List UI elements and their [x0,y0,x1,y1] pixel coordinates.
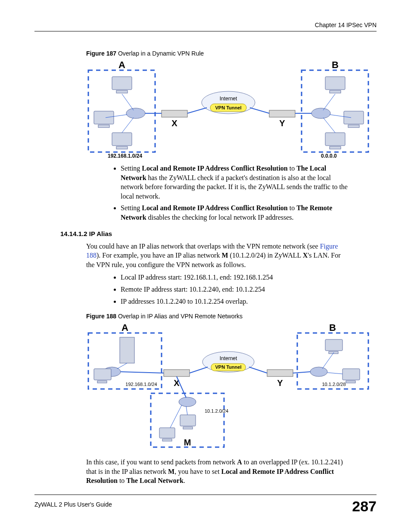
net-m-188: 10.1.2.0/24 [205,408,228,414]
figure-188-title: Overlap in IP Alias and VPN Remote Netwo… [116,313,243,320]
svg-line-29 [323,118,335,133]
footer-rule [34,495,377,495]
page-number: 287 [352,498,377,515]
section-heading: 14.14.1.2 IP Alias [60,230,377,237]
label-b-188: B [329,322,336,333]
svg-rect-7 [116,146,128,149]
svg-rect-13 [325,133,345,146]
svg-point-15 [311,108,330,118]
svg-rect-57 [162,439,172,441]
svg-rect-54 [180,415,196,426]
svg-rect-43 [267,370,293,376]
svg-rect-40 [325,339,342,351]
footer-guide: ZyWALL 2 Plus User's Guide [34,501,112,508]
svg-rect-2 [112,77,132,90]
bullet-2-1: Local IP address start: 192.168.1.1, end… [121,273,351,282]
vpn-tunnel-label: VPN Tunnel [215,105,242,110]
svg-rect-14 [330,146,341,149]
svg-line-46 [121,372,164,373]
figure-187-caption: Figure 187 Overlap in a Dynamic VPN Rule [86,50,377,57]
svg-line-51 [322,352,334,369]
label-x-188: X [174,378,180,388]
svg-rect-36 [97,381,107,383]
label-y-188: Y [277,378,283,388]
label-a: A [118,59,125,70]
net-left-188: 192.168.1.0/24 [125,382,157,387]
svg-line-21 [187,108,207,113]
internet-label-188: Internet [220,355,237,361]
figure-187-diagram: A B [86,59,351,160]
svg-rect-39 [346,381,355,383]
svg-line-50 [117,363,127,369]
svg-rect-38 [342,369,360,380]
net-right-188: 10.1.2.0/28 [322,382,346,387]
svg-rect-6 [112,133,132,146]
svg-rect-56 [159,428,175,438]
paragraph-2: In this case, if you want to send packet… [86,457,351,485]
label-y-187: Y [279,118,285,128]
svg-rect-5 [98,125,109,128]
internet-label: Internet [220,96,237,102]
bullet-list-1: Setting Local and Remote IP Address Conf… [103,164,351,222]
net-right-187: 0.0.0.0 [321,153,337,159]
svg-line-27 [323,94,335,110]
chapter-header: Chapter 14 IPSec VPN [315,22,377,28]
bullet-2-3: IP addresses 10.1.2.240 to 10.1.2.254 ov… [121,297,351,306]
figure-187-num: Figure 187 [86,50,116,57]
svg-rect-3 [116,90,128,93]
svg-line-52 [327,373,342,374]
label-b: B [332,59,339,70]
svg-rect-11 [344,111,364,124]
header-rule [34,31,377,31]
svg-rect-4 [94,111,114,124]
label-a-188: A [121,322,128,333]
net-left-187: 192.168.1.0/24 [108,153,142,159]
svg-point-53 [179,397,196,407]
svg-line-26 [122,118,134,133]
svg-rect-9 [325,77,345,90]
svg-line-48 [249,367,267,373]
svg-line-24 [122,94,134,110]
figure-188-diagram: A B M 192.168.1.0/24 10.1.2.0/28 X Y [86,322,351,453]
svg-line-49 [293,372,310,373]
svg-rect-16 [162,110,187,117]
bullet-list-2: Local IP address start: 192.168.1.1, end… [103,273,351,306]
svg-line-59 [186,406,187,415]
figure-188-caption: Figure 188 Overlap in IP Alias and VPN R… [86,313,377,320]
svg-rect-33 [120,337,134,363]
svg-rect-42 [164,370,190,376]
bullet-1-1: Setting Local and Remote IP Address Conf… [121,164,351,201]
svg-rect-17 [269,110,295,117]
bullet-1-2: Setting Local and Remote IP Address Conf… [121,203,351,222]
svg-line-22 [250,108,269,113]
page: Chapter 14 IPSec VPN Figure 187 Overlap … [0,0,411,532]
svg-point-8 [126,108,145,118]
svg-rect-10 [330,90,341,93]
vpn-tunnel-188: VPN Tunnel [215,364,242,370]
label-x-187: X [171,118,177,128]
svg-rect-12 [348,125,359,128]
svg-rect-35 [94,369,111,380]
svg-point-37 [310,367,327,376]
svg-rect-55 [183,427,193,429]
label-m-188: M [184,438,191,447]
bullet-2-2: Remote IP address start: 10.1.2.240, end… [121,285,351,294]
figure-187-title: Overlap in a Dynamic VPN Rule [116,50,204,57]
svg-line-47 [190,367,208,373]
figure-188-num: Figure 188 [86,313,116,320]
paragraph-1: You could have an IP alias network that … [86,242,351,270]
